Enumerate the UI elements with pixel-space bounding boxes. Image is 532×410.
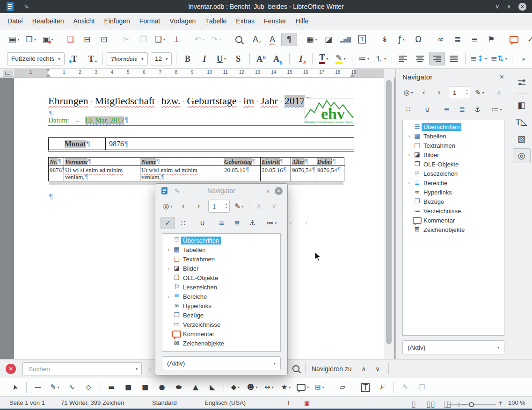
page-style[interactable]: Standard [152, 399, 177, 406]
expander-icon[interactable]: › [406, 152, 413, 158]
underline-dropdown-arrow[interactable]: ▾ [224, 57, 226, 61]
chevron-down-icon[interactable]: ▾ [58, 57, 60, 61]
font-color-dropdown-arrow[interactable]: ▾ [326, 57, 328, 61]
paste-button[interactable]: ❑▾ [152, 33, 168, 46]
docked-navigator-item-ueberschriften[interactable]: ☰Überschriften [403, 122, 504, 131]
floating-navigator-item-verzeichnisse[interactable]: ≔Verzeichnisse [162, 320, 280, 329]
expander-icon[interactable]: › [406, 180, 413, 186]
unordered-list-dropdown-arrow[interactable]: ▾ [367, 57, 369, 61]
align-left-button[interactable] [395, 52, 411, 65]
word-count[interactable]: 71 Wörter, 399 Zeichen [61, 399, 124, 406]
new-style-button[interactable]: T [83, 52, 99, 65]
docked-navigator-item-tabellen[interactable]: ›▦Tabellen [403, 131, 504, 141]
zoom-level[interactable]: 100 % [508, 399, 525, 406]
insert-image-button[interactable]: ◪ [321, 33, 336, 46]
next-page-button[interactable]: › [191, 200, 206, 212]
font-name-combo[interactable]: Thorndale ▾ [107, 52, 148, 65]
docked-navigator-item-bereiche[interactable]: ›≣Bereiche [403, 178, 504, 187]
unsaved-changes-icon[interactable]: ▣ [304, 399, 310, 406]
clone-formatting-button[interactable]: ⊥ [169, 33, 185, 46]
special-character-button[interactable]: Ω [410, 33, 426, 46]
go-to-header-button[interactable]: ≡ [439, 103, 454, 115]
unordered-list-button[interactable]: ≔▾ [356, 52, 372, 65]
column-header-name[interactable]: Name¶ [140, 158, 223, 166]
left-indent-marker[interactable] [46, 74, 51, 77]
docked-navigator-item-textrahmen[interactable]: □Textrahmen [403, 141, 504, 150]
save-dropdown-arrow[interactable]: ▾ [51, 37, 53, 42]
floating-navigator-item-ueberschriften[interactable]: ☰Überschriften [162, 236, 280, 245]
navigate-by-dropdown-arrow[interactable]: ▾ [171, 204, 173, 209]
rounded-rectangle-button[interactable]: ■ [120, 381, 136, 394]
navigate-by-button[interactable]: ◎▾ [160, 200, 175, 212]
menu-format[interactable]: Format [135, 13, 165, 29]
docked-navigator-item-bilder[interactable]: ›◪Bilder [403, 150, 504, 159]
align-justify-button[interactable] [446, 52, 462, 65]
find-all-icon[interactable] [292, 365, 299, 372]
menu-hilfe[interactable]: Hilfe [291, 13, 313, 29]
close-icon[interactable]: ✕ [275, 187, 283, 195]
sidebar-settings-button[interactable] [513, 75, 531, 90]
minimize-button[interactable]: ∨ [495, 3, 499, 10]
floating-navigator-item-tabellen[interactable]: ›▦Tabellen [162, 245, 280, 254]
edit-entry-dropdown-arrow[interactable]: ▾ [482, 91, 484, 95]
column-header-nr[interactable]: Nr.¶ [49, 158, 64, 166]
ellipse-button[interactable]: ⬬ [171, 381, 187, 394]
expander-icon[interactable]: › [165, 247, 172, 253]
menu-tabelle[interactable]: Tabelle [200, 13, 231, 29]
set-reminder-button[interactable]: ∪ [195, 217, 210, 229]
maximize-button[interactable]: ∧ [507, 3, 511, 10]
drag-mode-button[interactable]: ∷ [401, 103, 415, 115]
stars-banners-dropdown-arrow[interactable]: ▾ [289, 385, 291, 389]
floating-navigator-item-textrahmen[interactable]: □Textrahmen [162, 254, 280, 264]
horizontal-ruler[interactable]: 123456789101112131415161718191 [14, 69, 384, 78]
open-dropdown-arrow[interactable]: ▾ [34, 37, 36, 42]
active-document-combo[interactable]: (Aktiv) ▾ [402, 340, 504, 354]
find-replace-button[interactable] [231, 33, 247, 46]
docked-navigator-item-hyperlinks[interactable]: ∞Hyperlinks [403, 187, 504, 197]
draw-text-box-button[interactable]: T [357, 381, 373, 394]
menu-extras[interactable]: Extras [231, 13, 259, 29]
datum-date-field[interactable]: 13. Mar. 2017 [85, 116, 124, 124]
docked-navigator-item-zeichenobjekte[interactable]: ⊠Zeichenobjekte [403, 225, 504, 234]
book-view-button[interactable]: ◫ [439, 397, 455, 410]
subscript-button[interactable]: A [270, 52, 286, 65]
insert-field-button[interactable]: ƒ▾ [394, 33, 409, 46]
navigate-by-dropdown-arrow[interactable]: ▾ [411, 91, 413, 95]
column-header-vorname[interactable]: Vorname¶ [64, 158, 140, 166]
strikethrough-button[interactable]: S [230, 52, 246, 65]
navigator-deck-button[interactable]: ◎ [513, 148, 531, 163]
polygon-button[interactable]: ◇ [80, 381, 96, 394]
spinner-arrows[interactable]: ▴▾ [226, 202, 227, 209]
callouts-dropdown-arrow[interactable]: ▾ [307, 385, 309, 389]
drag-mode-button[interactable]: ∷ [176, 217, 190, 229]
ehv-logo[interactable]: ehv Ehrwalder Heimatmuseum eingetr. Vere… [304, 98, 354, 124]
menu-einfuegen[interactable]: Einfügen [100, 13, 135, 29]
table-cell[interactable]: 20.05.16¶ [261, 166, 291, 181]
ordered-list-button[interactable]: ⒈▾ [372, 52, 388, 65]
close-findbar-button[interactable]: ✕ [6, 364, 16, 374]
insert-footnote-button[interactable]: ≣ [450, 33, 466, 46]
expander-icon[interactable]: › [406, 133, 413, 139]
freeform-line-button[interactable]: ✎▾ [47, 381, 63, 394]
spinner-arrows[interactable]: ▴▾ [466, 89, 468, 96]
expander-icon[interactable]: › [165, 294, 172, 300]
collapse-icon[interactable]: ∧ [266, 188, 270, 194]
paragraph-spacing-button[interactable]: ≡⇅▾ [489, 52, 509, 65]
save-button[interactable]: ▣▾ [40, 33, 56, 46]
paragraph-style-combo[interactable]: Fußzeile rechts ▾ [7, 52, 65, 65]
stars-banners-button[interactable]: ★▾ [278, 381, 294, 394]
content-view-button[interactable]: ✓ [160, 217, 175, 229]
go-to-footer-button[interactable]: ≣ [230, 217, 244, 229]
spelling-button[interactable]: A [248, 33, 263, 46]
chevron-down-icon[interactable]: ▾ [141, 57, 144, 61]
superscript-button[interactable]: A [253, 52, 269, 65]
paste-dropdown-arrow[interactable]: ▾ [163, 37, 165, 42]
ordered-list-dropdown-arrow[interactable]: ▾ [384, 57, 386, 61]
monat-value-cell[interactable]: 9876¶ [106, 138, 354, 150]
insert-table-button[interactable]: ▦▾ [304, 33, 320, 46]
toolbar2-overflow-button[interactable]: » [516, 52, 532, 65]
edit-entry-dropdown-arrow[interactable]: ▾ [242, 204, 244, 209]
menu-datei[interactable]: Datei [3, 13, 28, 29]
callouts-button[interactable]: ▾ [295, 381, 311, 394]
page-number-spinner[interactable]: 1▴▾ [449, 86, 470, 99]
